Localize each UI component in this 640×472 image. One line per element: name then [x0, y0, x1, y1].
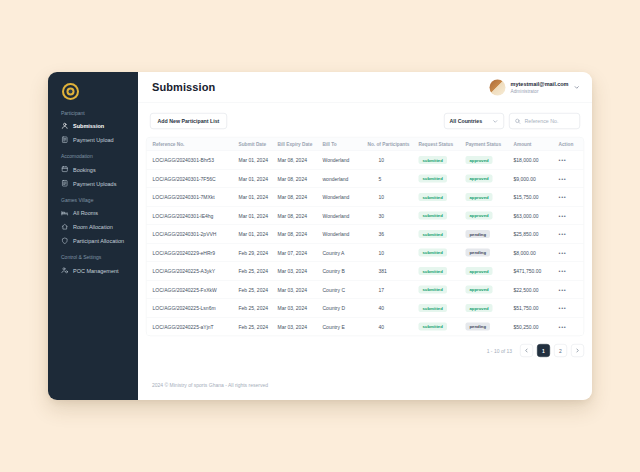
- cell-payment-status: approved: [466, 212, 514, 220]
- cell-submit-date: Feb 25, 2024: [239, 305, 278, 311]
- table-row: LOC/AGG/20240301-7F56CMar 01, 2024Mar 08…: [147, 169, 584, 188]
- cell-bill-expiry-date: Mar 08, 2024: [278, 231, 323, 237]
- country-filter-select[interactable]: All Countries: [444, 113, 504, 129]
- sidebar-item-all-rooms[interactable]: All Rooms: [61, 209, 133, 217]
- sidebar-item-participant-allocation[interactable]: Participant Allocation: [61, 237, 133, 245]
- column-header: Payment Status: [466, 141, 514, 147]
- status-badge: approved: [466, 156, 493, 164]
- cell-payment-status: approved: [466, 286, 514, 294]
- sidebar-nav: ParticipantSubmissionPayment UploadAccom…: [61, 110, 133, 274]
- row-actions-button[interactable]: •••: [559, 176, 567, 182]
- avatar: [490, 79, 506, 95]
- cell-action: •••: [559, 194, 578, 200]
- status-badge: submitted: [419, 156, 447, 164]
- column-header: Action: [559, 141, 578, 147]
- cell-request-status: submitted: [419, 156, 466, 164]
- top-bar: Submission mytestmail@mail.com Administr…: [138, 72, 592, 103]
- status-badge: submitted: [419, 175, 447, 183]
- row-actions-button[interactable]: •••: [559, 305, 567, 311]
- reference-search-input[interactable]: [525, 118, 575, 124]
- cell-participants: 40: [368, 305, 419, 311]
- pagination-page-button[interactable]: 2: [554, 344, 567, 357]
- status-badge: submitted: [419, 249, 447, 257]
- row-actions-button[interactable]: •••: [559, 213, 567, 219]
- cell-bill-to: Wonderland: [323, 213, 368, 219]
- receipt-icon: [61, 136, 69, 144]
- column-header: Bill To: [323, 141, 368, 147]
- status-badge: submitted: [419, 286, 447, 294]
- cell-action: •••: [559, 287, 578, 293]
- badge-icon: [61, 237, 69, 245]
- cell-reference: LOC/AGG/20240225-FxXkW: [153, 287, 239, 293]
- column-header: No. of Participants: [368, 141, 419, 147]
- receipt-icon: [61, 180, 69, 188]
- cell-reference: LOC/AGG/20240301-2pVVH: [153, 231, 239, 237]
- country-filter-value: All Countries: [450, 118, 483, 124]
- cell-action: •••: [559, 250, 578, 256]
- sidebar-item-submission[interactable]: Submission: [61, 122, 133, 130]
- booking-icon: [61, 166, 69, 174]
- cell-request-status: submitted: [419, 193, 466, 201]
- row-actions-button[interactable]: •••: [559, 157, 567, 163]
- sidebar-item-payment-upload[interactable]: Payment Upload: [61, 136, 133, 144]
- cell-submit-date: Mar 01, 2024: [239, 231, 278, 237]
- search-icon: [515, 118, 522, 125]
- cell-request-status: submitted: [419, 230, 466, 238]
- cell-submit-date: Feb 25, 2024: [239, 287, 278, 293]
- cell-participants: 10: [368, 194, 419, 200]
- cell-bill-expiry-date: Mar 03, 2024: [278, 268, 323, 274]
- user-role: Administrator: [511, 88, 569, 94]
- cell-action: •••: [559, 157, 578, 163]
- sidebar-section: Control & SettingsPOC Management: [61, 255, 133, 275]
- pagination-page-button[interactable]: 1: [537, 344, 550, 357]
- cell-participants: 10: [368, 250, 419, 256]
- cell-action: •••: [559, 231, 578, 237]
- status-badge: submitted: [419, 230, 447, 238]
- cell-payment-status: approved: [466, 156, 514, 164]
- sidebar-item-bookings[interactable]: Bookings: [61, 166, 133, 174]
- cell-reference: LOC/AGG/20240301-lE4hg: [153, 213, 239, 219]
- app-logo-crest: [67, 88, 75, 96]
- status-badge: pending: [466, 323, 491, 331]
- sidebar-item-label: Room Allocation: [73, 224, 113, 230]
- row-actions-button[interactable]: •••: [559, 250, 567, 256]
- cell-action: •••: [559, 324, 578, 330]
- table-row: LOC/AGG/20240229-eHRr9Feb 29, 2024Mar 07…: [147, 243, 584, 262]
- cell-participants: 36: [368, 231, 419, 237]
- row-actions-button[interactable]: •••: [559, 268, 567, 274]
- user-email: mytestmail@mail.com: [511, 81, 569, 87]
- app-logo-emblem: [69, 90, 73, 94]
- reference-search: [509, 113, 580, 129]
- row-actions-button[interactable]: •••: [559, 324, 567, 330]
- sidebar-item-payment-uploads[interactable]: Payment Uploads: [61, 180, 133, 188]
- sidebar-section-label: Accomodation: [61, 154, 133, 160]
- cell-bill-to: Wonderland: [323, 157, 368, 163]
- cell-request-status: submitted: [419, 267, 466, 275]
- cell-request-status: submitted: [419, 249, 466, 257]
- cell-submit-date: Mar 01, 2024: [239, 176, 278, 182]
- sidebar-section: ParticipantSubmissionPayment Upload: [61, 110, 133, 144]
- pagination: 1 - 10 of 13 12: [146, 344, 584, 357]
- cell-amount: $63,000.00: [514, 213, 559, 219]
- cell-bill-expiry-date: Mar 03, 2024: [278, 305, 323, 311]
- row-actions-button[interactable]: •••: [559, 231, 567, 237]
- cell-bill-to: Wonderland: [323, 231, 368, 237]
- cell-amount: $25,850.00: [514, 231, 559, 237]
- add-participant-list-button[interactable]: Add New Participant List: [150, 113, 227, 129]
- sidebar-item-room-allocation[interactable]: Room Allocation: [61, 223, 133, 231]
- pagination-prev-button[interactable]: [520, 344, 533, 357]
- user-menu[interactable]: mytestmail@mail.com Administrator: [490, 79, 580, 95]
- toolbar: Add New Participant List All Countries: [150, 113, 580, 129]
- cell-amount: $9,000.00: [514, 176, 559, 182]
- cell-bill-expiry-date: Mar 08, 2024: [278, 213, 323, 219]
- cell-amount: $18,000.00: [514, 157, 559, 163]
- pagination-next-button[interactable]: [571, 344, 584, 357]
- table-row: LOC/AGG/20240301-Bhr53Mar 01, 2024Mar 08…: [147, 151, 584, 170]
- column-header: Amount: [514, 141, 559, 147]
- sidebar-item-poc-management[interactable]: POC Management: [61, 267, 133, 275]
- home-icon: [61, 223, 69, 231]
- row-actions-button[interactable]: •••: [559, 194, 567, 200]
- row-actions-button[interactable]: •••: [559, 287, 567, 293]
- chevron-down-icon: [574, 84, 581, 91]
- sidebar-item-label: Submission: [73, 123, 104, 129]
